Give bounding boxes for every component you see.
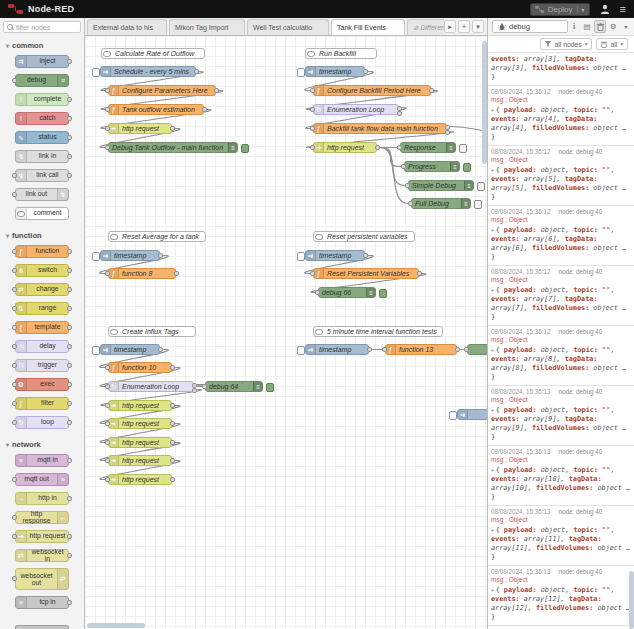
output-port[interactable] (67, 287, 72, 292)
input-port[interactable] (12, 78, 17, 83)
palette-node-exec[interactable]: ⚙exec (15, 378, 69, 391)
output-port[interactable] (170, 440, 175, 445)
expand-arrow-icon[interactable]: ▸ (491, 526, 495, 533)
main-menu-icon[interactable]: ≡ (620, 4, 626, 15)
output-port[interactable] (67, 249, 72, 254)
inject-button[interactable] (92, 68, 100, 77)
output-port[interactable] (170, 421, 175, 426)
expand-arrow-icon[interactable]: ▸ (491, 406, 495, 413)
comment-node[interactable]: Run Backfill (305, 48, 377, 59)
input-port[interactable] (12, 192, 17, 197)
node-inject[interactable]: ⇉ (457, 409, 487, 420)
input-port[interactable] (401, 164, 406, 169)
output-port[interactable] (67, 534, 72, 539)
palette-node-http-response[interactable]: http response← (15, 511, 69, 524)
input-port[interactable] (12, 344, 17, 349)
expand-arrow-icon[interactable]: ▸ (491, 286, 495, 293)
palette-node-delay[interactable]: ◷delay (15, 340, 69, 353)
output-port[interactable] (170, 477, 175, 482)
debug-msg-body[interactable]: ▸{ payload: object, topic: "", events: a… (491, 285, 631, 322)
deploy-options-caret[interactable]: ▾ (577, 6, 585, 13)
output-port[interactable] (67, 420, 72, 425)
palette-node-filter[interactable]: ∫filter (15, 397, 69, 410)
inject-button[interactable] (92, 252, 100, 261)
palette-node-link-out[interactable]: link out↯ (15, 188, 69, 201)
debug-message[interactable]: 08/08/2024, 15:36:13node: debug 40msg : … (488, 506, 634, 566)
input-port[interactable] (408, 201, 413, 206)
output-port[interactable] (67, 59, 72, 64)
expand-arrow-icon[interactable]: ▸ (491, 466, 495, 473)
debug-message[interactable]: 08/08/2024, 15:36:12node: debug 40msg : … (488, 86, 634, 146)
expand-arrow-icon[interactable]: ▸ (491, 106, 495, 113)
input-port[interactable] (464, 347, 469, 352)
node-inject[interactable]: ⇉timestamp (100, 250, 160, 261)
info-button[interactable]: i (568, 20, 580, 33)
debug-toggle-button[interactable] (379, 289, 387, 298)
node-function[interactable]: ƒfunction 10 (108, 362, 172, 373)
palette-node-comment[interactable]: comment (15, 207, 69, 220)
user-icon[interactable] (600, 4, 610, 14)
output-port[interactable] (67, 154, 72, 159)
node-function[interactable]: ƒBackfill tank flow data main function (313, 123, 447, 134)
output-port[interactable] (67, 553, 72, 558)
node-loop[interactable]: ↻Enumeration Loop (313, 104, 399, 115)
node-inject[interactable]: ⇉timestamp (305, 250, 365, 261)
debug-toggle-button[interactable] (463, 163, 471, 172)
palette-node-link-in[interactable]: ↯link in (15, 150, 69, 163)
debug-toggle-button[interactable] (266, 383, 274, 392)
debug-message[interactable]: 08/08/2024, 15:36:12node: debug 40msg : … (488, 266, 634, 326)
node-debug[interactable]: debug 66≡ (318, 287, 376, 298)
inject-button[interactable] (297, 346, 305, 355)
node-function[interactable]: ƒfunction 8 (108, 268, 176, 279)
output-port[interactable] (67, 382, 72, 387)
palette-node-switch[interactable]: ⋔switch (15, 264, 69, 277)
output-port[interactable] (67, 344, 72, 349)
palette-node-catch[interactable]: !catch (15, 112, 69, 125)
output-port[interactable] (214, 88, 219, 93)
expand-arrow-icon[interactable]: ▸ (491, 226, 495, 233)
output-port[interactable] (170, 403, 175, 408)
inject-button[interactable] (297, 252, 305, 261)
node-function[interactable]: ƒReset Persistent Variables (313, 268, 419, 279)
inject-button[interactable] (92, 346, 100, 355)
node-http[interactable]: ➔http request (313, 142, 377, 153)
inject-button[interactable] (449, 411, 457, 420)
palette-node-mqtt-in[interactable]: »mqtt in (15, 454, 69, 467)
debug-message[interactable]: 08/08/2024, 15:36:13node: debug 40msg : … (488, 446, 634, 506)
node-http[interactable]: ➔http request (108, 123, 172, 134)
palette-node-template[interactable]: {template (15, 321, 69, 334)
node-http[interactable]: ➔http request (108, 400, 172, 411)
debug-msg-body[interactable]: ▸{ payload: object, topic: "", events: a… (491, 585, 631, 622)
output-port[interactable] (363, 253, 368, 258)
output-port[interactable] (455, 347, 460, 352)
debug-message[interactable]: 08/08/2024, 15:36:13node: debug 40msg : … (488, 386, 634, 446)
input-port[interactable] (12, 576, 17, 581)
output-port[interactable] (367, 347, 372, 352)
deploy-button[interactable]: Deploy ▾ (530, 3, 590, 16)
output-port[interactable] (363, 69, 368, 74)
output-port[interactable] (67, 268, 72, 273)
debug-message[interactable]: 08/08/2024, 15:36:13node: debug 40msg : … (488, 566, 634, 626)
palette-node-link-call[interactable]: ↯link call (15, 169, 69, 182)
node-debug[interactable]: Simple Debug≡ (408, 180, 474, 191)
node-debug[interactable]: Progress≡ (404, 161, 460, 172)
debug-message[interactable]: 08/08/2024, 15:36:12node: debug 40msg : … (488, 206, 634, 266)
debug-toggle-button[interactable] (474, 200, 482, 209)
output-port[interactable] (170, 458, 175, 463)
input-port[interactable] (310, 271, 315, 276)
tab-scroll-right-button[interactable]: ▸ (444, 20, 456, 33)
palette-category-common[interactable]: ▾common (0, 36, 84, 52)
node-inject[interactable]: ⇉timestamp (100, 344, 160, 355)
output-port[interactable] (170, 365, 175, 370)
palette-node-websocket-out[interactable]: websocket out⇄ (15, 568, 69, 590)
node-function[interactable]: ƒConfigure Backfill Period Here (313, 85, 431, 96)
input-port[interactable] (310, 145, 315, 150)
output-port[interactable] (445, 130, 450, 135)
flow-canvas[interactable]: Calculate Rate of Outflow⇉Schedule - eve… (85, 36, 487, 629)
add-flow-button[interactable]: + (458, 20, 470, 33)
palette-node-range[interactable]: ⇅range (15, 302, 69, 315)
tab-debug[interactable]: debug (492, 20, 568, 33)
node-http[interactable]: ➔http request (108, 474, 172, 485)
palette-node-partial[interactable] (15, 625, 69, 629)
output-port[interactable] (429, 88, 434, 93)
